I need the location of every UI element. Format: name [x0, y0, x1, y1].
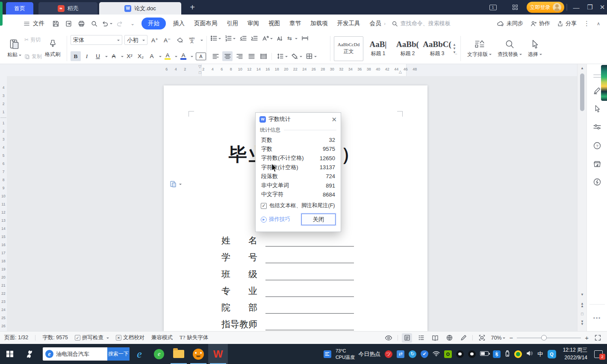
tab-marks-icon[interactable] [301, 35, 309, 41]
paste-button[interactable]: 粘贴 [4, 34, 24, 63]
text-tools-icon[interactable] [262, 35, 269, 41]
include-footnotes-checkbox[interactable]: ✓ 包括文本框、脚注和尾注(F) [261, 202, 336, 209]
tray-usb-drive-icon[interactable] [505, 350, 510, 358]
ribbon-tab[interactable]: 页面布局 [189, 20, 222, 27]
tab-home[interactable]: 首页 [6, 2, 33, 15]
text-layout-button[interactable]: 文字排版 [464, 34, 495, 63]
previous-page-icon[interactable]: ▲▲ [578, 302, 587, 307]
styles-more-icon[interactable]: ▼̲ [453, 50, 456, 54]
save-button[interactable] [49, 18, 62, 29]
first-line-indent-marker[interactable]: ▽ [198, 65, 201, 69]
cpu-temp-widget[interactable]: 73°C CPU温度 [336, 348, 355, 360]
compatibility-mode-label[interactable]: 兼容模式 [151, 334, 173, 341]
login-button[interactable]: 立即登录 [527, 2, 564, 13]
page-indicator[interactable]: 页面: 1/32 [4, 334, 28, 341]
resource-shop-icon[interactable] [587, 160, 607, 168]
ribbon-tab[interactable]: 开发工具 [333, 20, 365, 27]
pinyin-guide-button[interactable]: wén文 [187, 35, 197, 45]
tray-360-icon[interactable] [514, 350, 522, 358]
tray-battery-icon[interactable] [480, 351, 489, 357]
clock[interactable]: 12:12 周三 2022/9/14 [563, 346, 587, 361]
ribbon-tab[interactable]: 会员 [365, 20, 386, 27]
collapse-ribbon-icon[interactable]: ∧ [597, 21, 600, 26]
tray-qq2-icon[interactable] [468, 350, 476, 358]
tray-q-app-icon[interactable]: Q [548, 350, 556, 358]
justify-button[interactable] [246, 51, 256, 61]
styles-down-icon[interactable]: ▼ [453, 47, 456, 50]
start-button[interactable] [0, 344, 20, 364]
horizontal-ruler[interactable]: 6422468101214161820222426283032343638404… [7, 64, 577, 76]
apps-grid-icon[interactable] [509, 0, 522, 15]
member-chevron-icon[interactable]: › [384, 21, 386, 26]
dialog-close-icon[interactable]: ✕ [331, 116, 337, 123]
device-sync-icon[interactable]: 1 [486, 0, 499, 15]
select-browse-object-icon[interactable]: □ [578, 312, 587, 316]
styles-up-icon[interactable]: ▲ [453, 43, 456, 47]
vertical-ruler[interactable]: 4321 12345678910111213141516171819202122… [0, 76, 7, 331]
ribbon-tab[interactable]: 审阅 [243, 20, 264, 27]
numbering-icon[interactable] [225, 35, 232, 41]
panel-more-icon[interactable]: ••• [587, 315, 607, 321]
zoom-level-select[interactable]: 70% [491, 335, 505, 341]
ribbon-tab-home[interactable]: 开始 [141, 18, 166, 29]
export-button[interactable] [62, 18, 75, 29]
game-app-button[interactable] [189, 344, 208, 364]
file-menu[interactable]: 文件 [19, 20, 49, 27]
new-tab-button[interactable]: + [187, 2, 198, 13]
align-right-button[interactable] [234, 51, 245, 61]
vertical-scrollbar[interactable]: ▲ ▼ ▲▲ □ ▼▼ [577, 64, 586, 331]
zoom-in-button[interactable]: + [585, 334, 589, 341]
fit-page-icon[interactable] [477, 333, 487, 343]
highlight-button[interactable]: A [162, 51, 173, 61]
web-layout-icon[interactable] [444, 333, 454, 343]
scroll-down-icon[interactable]: ▼ [578, 293, 587, 296]
style-body[interactable]: AaBbCcDd 正文 [334, 36, 363, 61]
scroll-up-icon[interactable]: ▲ [578, 67, 587, 70]
tab-docer[interactable]: ❧ 稻壳 [38, 2, 97, 15]
zoom-slider-knob[interactable] [541, 335, 547, 341]
character-border-button[interactable]: A [196, 53, 206, 60]
decrease-indent-icon[interactable] [239, 35, 247, 41]
tray-usb-tool-icon[interactable]: ⇄ [397, 350, 404, 358]
ribbon-tab[interactable]: 插入 [168, 20, 189, 27]
font-size-select[interactable]: 小初 [124, 35, 147, 45]
undo-button[interactable] [100, 18, 113, 29]
tray-sync-icon[interactable]: ↻ [409, 350, 416, 358]
tray-qq-icon[interactable] [456, 350, 464, 358]
hotspot-widget[interactable]: 今日热点 [358, 350, 380, 358]
dialog-close-button[interactable]: 关闭 [301, 214, 336, 225]
quick-tools-icon[interactable] [587, 178, 607, 186]
print-preview-button[interactable] [88, 18, 100, 29]
distribute-button[interactable] [258, 51, 268, 61]
borders-button[interactable] [304, 51, 314, 61]
file-explorer-button[interactable] [169, 344, 189, 364]
subscript-button[interactable]: X₂ [136, 51, 146, 61]
superscript-button[interactable]: X² [124, 51, 135, 61]
more-menu-icon[interactable]: ⋮ [583, 20, 590, 27]
command-search[interactable]: 查找命令、搜索模板 [392, 20, 473, 27]
tray-volume-icon[interactable] [526, 350, 533, 358]
style-heading3[interactable]: AaBbC( 标题 3 [422, 36, 452, 61]
paste-options-button[interactable] [169, 180, 182, 188]
italic-button[interactable]: I [82, 51, 92, 61]
adjust-settings-icon[interactable] [587, 123, 607, 131]
font-color-button[interactable]: A [178, 51, 189, 61]
ribbon-tab[interactable]: 章节 [285, 20, 306, 27]
style-heading1[interactable]: AaB| 标题 1 [363, 36, 393, 61]
next-page-icon[interactable]: ▼▼ [578, 320, 587, 325]
help-icon[interactable]: ? [587, 141, 607, 150]
scrollbar-thumb[interactable] [580, 73, 584, 111]
tips-link[interactable]: ▶ 操作技巧 [261, 216, 290, 223]
line-spacing-button[interactable] [275, 51, 285, 61]
wps-app-button[interactable]: W [208, 344, 228, 364]
restore-button[interactable]: ❐ [584, 0, 596, 15]
toolbar-options-chevron[interactable]: ⌄ [126, 18, 139, 29]
fullscreen-icon[interactable] [592, 333, 603, 343]
spell-check-toggle[interactable]: ✓ 拼写检查 [75, 334, 109, 341]
undo-dropdown[interactable] [110, 23, 112, 26]
news-widget-icon[interactable] [324, 350, 331, 358]
panel-drag-handle[interactable] [587, 73, 607, 79]
strikethrough-button[interactable]: A [109, 51, 119, 61]
tray-shield-icon[interactable]: ✔ [421, 350, 428, 358]
search-go-button[interactable]: 搜索一下 [107, 347, 130, 361]
